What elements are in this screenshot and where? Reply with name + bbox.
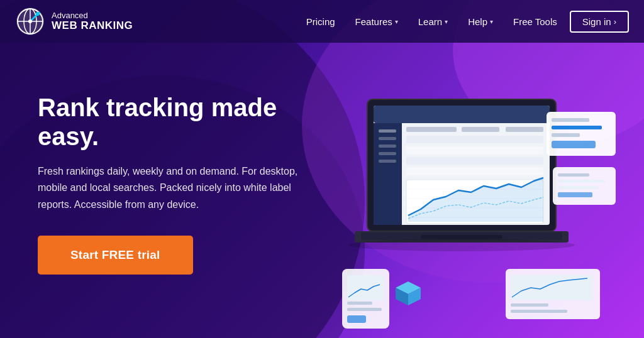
svg-rect-25 [406,157,543,165]
svg-rect-15 [379,129,396,133]
svg-rect-40 [552,133,580,137]
svg-rect-35 [421,235,502,239]
cta-trial-button[interactable]: Start FREE trial [38,236,193,275]
svg-rect-45 [558,186,599,189]
svg-rect-51 [347,315,366,323]
svg-rect-19 [379,160,396,163]
nav-pricing[interactable]: Pricing [299,11,343,32]
svg-rect-21 [462,127,499,132]
nav-links: Pricing Features ▾ Learn ▾ Help ▾ Free T… [299,11,629,33]
svg-point-9 [28,19,32,23]
svg-rect-44 [558,180,605,183]
hero-description: Fresh rankings daily, weekly and on dema… [38,163,308,213]
nav-help[interactable]: Help ▾ [460,11,501,32]
svg-rect-18 [379,152,396,155]
svg-rect-23 [406,136,543,143]
svg-rect-38 [552,118,589,122]
nav-learn[interactable]: Learn ▾ [411,11,455,32]
svg-rect-43 [558,173,589,177]
signin-button[interactable]: Sign in › [570,11,629,33]
svg-rect-50 [347,308,382,311]
features-chevron-icon: ▾ [395,18,398,25]
hero-illustration [298,74,625,338]
nav-free-tools[interactable]: Free Tools [506,11,565,32]
brand-advanced: Advanced [52,11,133,20]
svg-rect-46 [558,192,592,197]
hero-right [340,80,606,338]
svg-rect-48 [347,275,384,300]
svg-rect-58 [511,310,567,313]
logo-text: Advanced WEB RANKING [52,11,133,32]
help-chevron-icon: ▾ [490,18,493,25]
svg-rect-57 [511,303,548,307]
svg-rect-39 [552,126,602,129]
svg-rect-41 [552,141,596,148]
logo[interactable]: Advanced WEB RANKING [15,6,133,36]
signin-arrow-icon: › [614,17,616,26]
hero-section: Rank tracking made easy. Fresh rankings … [0,43,644,338]
hero-left: Rank tracking made easy. Fresh rankings … [38,80,340,275]
svg-point-10 [36,12,40,16]
svg-rect-13 [374,106,550,123]
svg-rect-49 [347,302,372,305]
brand-web-ranking: WEB RANKING [52,20,133,32]
svg-rect-26 [406,168,543,175]
learn-chevron-icon: ▾ [445,18,448,25]
nav-features[interactable]: Features ▾ [348,11,406,32]
svg-rect-20 [406,127,457,132]
svg-rect-17 [379,144,396,148]
logo-icon [15,6,45,36]
svg-point-36 [348,239,575,251]
svg-rect-22 [506,127,543,132]
navbar: Advanced WEB RANKING Pricing Features ▾ … [0,0,644,43]
svg-rect-24 [406,146,543,154]
svg-rect-16 [379,137,396,140]
hero-title: Rank tracking made easy. [38,93,340,151]
